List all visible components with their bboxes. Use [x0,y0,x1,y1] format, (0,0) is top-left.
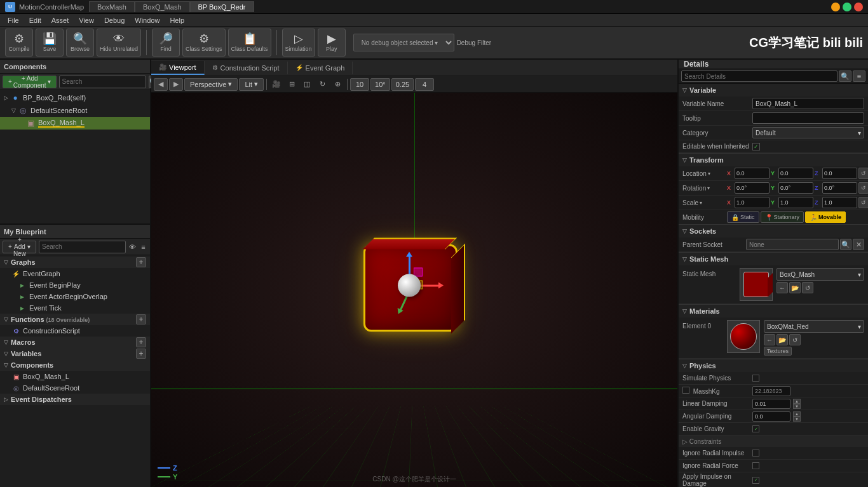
socket-search-button[interactable]: 🔍 [840,239,851,250]
vp-rotate-snap-button[interactable]: ↻ [315,78,329,91]
vp-scale-snap-button[interactable]: ⊕ [330,78,344,91]
linear-damping-down[interactable]: ▼ [793,404,801,409]
mesh-browse-button[interactable]: 📂 [789,282,801,293]
bp-begin-play-item[interactable]: ► Event BeginPlay [0,279,150,291]
details-filter-button[interactable]: ≡ [853,70,865,82]
variables-add-button[interactable]: + [136,349,146,359]
static-mesh-section-header[interactable]: ▽ Static Mesh [679,253,868,265]
linear-damping-up[interactable]: ▲ [793,399,801,404]
bp-construction-script-item[interactable]: ⚙ ConstructionScript [0,325,150,337]
rotation-x-input[interactable] [735,182,770,194]
viewport-content[interactable]: Z Y CSDN @这个肥羊是个设计一 [151,93,677,487]
vp-snap-button[interactable]: ⊞ [285,78,299,91]
macros-add-button[interactable]: + [136,337,146,347]
menu-view[interactable]: View [74,15,99,25]
debug-dropdown[interactable]: No debug object selected ▾ [353,34,454,51]
bp-event-graph-item[interactable]: ⚡ EventGraph [0,268,150,279]
add-component-button[interactable]: + + Add Component ▾ [3,76,57,88]
menu-help[interactable]: Help [165,15,189,25]
vp-back-button[interactable]: ◀ [154,78,168,91]
location-y-input[interactable] [778,168,813,179]
location-reset-button[interactable]: ↺ [858,168,868,179]
components-search-input[interactable] [59,76,146,88]
menu-file[interactable]: File [3,15,24,25]
blueprint-filter-button[interactable]: ≡ [139,241,147,253]
bp-boxq-mash-l-item[interactable]: ▣ BoxQ_Mash_L [0,371,150,382]
bp-actor-begin-overlap-item[interactable]: ► Event ActorBeginOverlap [0,291,150,302]
rotation-z-input[interactable] [822,182,857,194]
class-settings-button[interactable]: ⚙ Class Settings [182,29,226,57]
menu-asset[interactable]: Asset [46,15,74,25]
add-new-button[interactable]: + + Add New ▾ [3,241,36,253]
bp-default-scene-root-item[interactable]: ◎ DefaultSceneRoot [0,382,150,394]
maximize-button[interactable] [843,3,851,11]
vp-speed-value[interactable]: 10° [370,78,390,91]
material-dropdown[interactable]: BoxQMat_Red ▾ [764,320,864,333]
material-preview[interactable] [727,320,760,353]
details-search-button[interactable]: 🔍 [839,70,851,82]
class-defaults-button[interactable]: 📋 Class Defaults [228,29,271,57]
sockets-section-header[interactable]: ▽ Sockets [679,225,868,237]
rotation-reset-button[interactable]: ↺ [858,182,868,194]
mass-checkbox[interactable] [682,387,689,394]
physics-section-header[interactable]: ▽ Physics [679,359,868,372]
material-reload-button[interactable]: ↺ [789,334,801,345]
browse-button[interactable]: 🔍 Browse [66,29,94,57]
bp-event-tick-item[interactable]: ► Event Tick [0,302,150,314]
hide-unrelated-button[interactable]: 👁 Hide Unrelated [97,29,141,57]
vp-grid-value[interactable]: 4 [415,78,434,91]
transform-section-header[interactable]: ▽ Transform [679,154,868,166]
apply-impulse-checkbox[interactable] [752,477,759,484]
tooltip-input[interactable] [752,112,864,124]
parent-socket-input[interactable] [746,239,839,250]
tree-item-boxq-mash-l[interactable]: ▣ BoxQ_Mash_L [0,117,150,130]
menu-edit[interactable]: Edit [24,15,46,25]
variable-name-input[interactable] [752,98,864,109]
ignore-radial-force-checkbox[interactable] [752,462,759,469]
compile-button[interactable]: ⚙ Compile [5,29,33,57]
blueprint-eye-button[interactable]: 👁 [128,241,137,253]
location-z-input[interactable] [822,168,857,179]
location-x-input[interactable] [735,168,770,179]
menu-debug[interactable]: Debug [99,15,130,25]
static-mesh-preview[interactable] [740,268,773,301]
minimize-button[interactable] [831,3,840,11]
lit-button[interactable]: Lit ▾ [239,78,264,91]
cube-object[interactable] [363,237,465,333]
close-button[interactable] [854,3,863,11]
mesh-navigate-button[interactable]: ← [776,282,788,293]
variable-section-header[interactable]: ▽ Variable [679,84,868,97]
angular-damping-up[interactable]: ▲ [793,411,801,417]
menu-window[interactable]: Window [130,15,165,25]
graphs-add-button[interactable]: + [136,257,146,267]
scale-y-input[interactable] [778,197,813,208]
materials-section-header[interactable]: ▽ Materials [679,305,868,317]
editable-checkbox[interactable] [752,143,760,150]
vp-grid-snap-button[interactable]: ◫ [300,78,314,91]
tab-boxmash[interactable]: BoxMash [89,1,135,12]
functions-add-button[interactable]: + [136,314,146,324]
blueprint-search-input[interactable] [39,241,126,253]
material-browse-button[interactable]: 📂 [776,334,788,345]
scale-z-input[interactable] [822,197,857,208]
scale-x-input[interactable] [735,197,770,208]
tree-item-default-scene-root[interactable]: ▽ ◎ DefaultSceneRoot [0,104,150,117]
perspective-button[interactable]: Perspective ▾ [184,78,238,91]
play-button[interactable]: ▶ Play [318,29,346,57]
tab-boxq-mash[interactable]: BoxQ_Mash [135,1,190,12]
simulation-button[interactable]: ▷ Simulation [282,29,315,57]
socket-clear-button[interactable]: ✕ [853,239,864,250]
tree-item-bp-boxq-red[interactable]: ▷ ● BP_BoxQ_Red(self) [0,91,150,104]
tab-viewport[interactable]: 🎥 Viewport [151,61,205,75]
static-mobility-button[interactable]: 🔒 Static [727,211,759,223]
ignore-radial-impulse-checkbox[interactable] [752,450,759,457]
enable-gravity-checkbox[interactable] [752,425,759,432]
vp-forward-button[interactable]: ▶ [169,78,183,91]
scale-reset-button[interactable]: ↺ [858,197,868,208]
movable-mobility-button[interactable]: 🏃 Movable [805,211,846,223]
stationary-mobility-button[interactable]: 📍 Stationary [761,211,804,223]
tab-event-graph[interactable]: ⚡ Event Graph [288,62,353,74]
tab-construction-script[interactable]: ⚙ Construction Script [205,62,288,74]
tab-bp-boxq[interactable]: BP BoxQ_Redr [190,1,254,12]
vp-scale-value[interactable]: 0.25 [391,78,414,91]
